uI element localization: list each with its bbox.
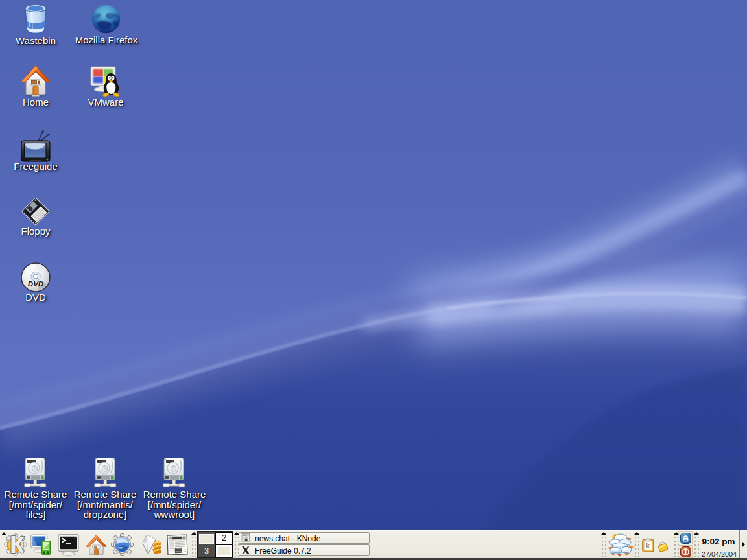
svg-text:k: k (646, 542, 650, 550)
svg-text:DVD: DVD (28, 280, 43, 288)
